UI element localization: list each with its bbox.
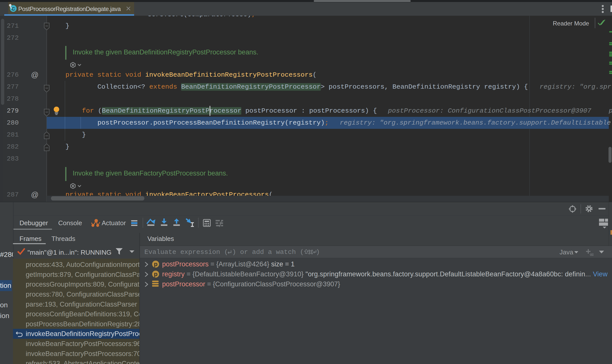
svg-text:C: C <box>11 6 15 11</box>
